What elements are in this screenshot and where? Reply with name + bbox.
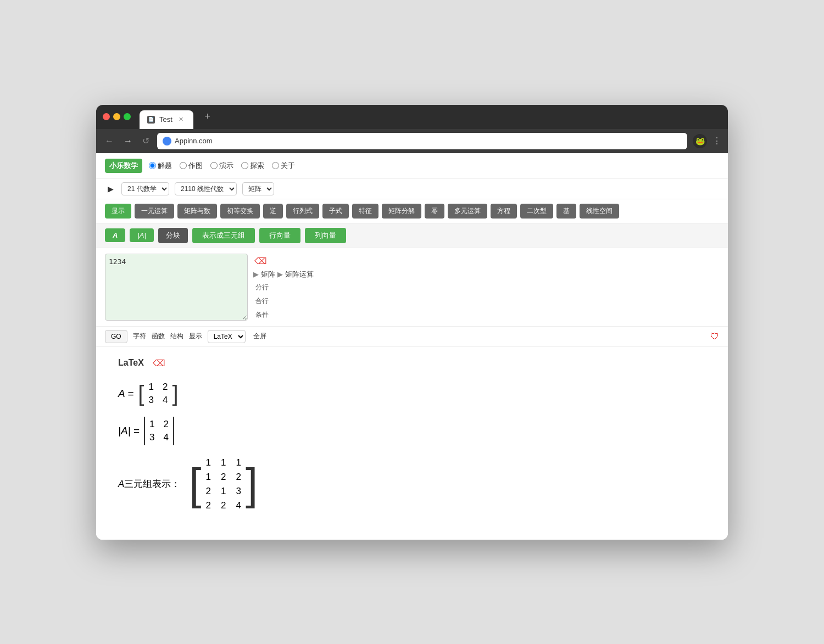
cat-btn-multi[interactable]: 多元运算 [448,204,487,219]
nav-radio-yanshi[interactable] [210,162,218,169]
nav-label-zuotu: 作图 [188,161,203,171]
sub-btn-row-vector[interactable]: 行向量 [259,228,300,243]
browser-menu-button[interactable]: ⋮ [712,136,721,146]
sub-select[interactable]: 矩阵 [242,182,274,195]
aug-cell-2-1: 1 [221,486,226,497]
tab-title: Test [159,115,172,124]
toolbar-functions[interactable]: 函数 [152,332,165,341]
fullscreen-button[interactable]: 全屏 [253,332,266,341]
nav-item-tansuo[interactable]: 探索 [241,161,264,171]
aug-cell-2-2: 3 [236,486,241,497]
cat-btn-inverse[interactable]: 逆 [263,204,283,219]
selects-row: ▶ 21 代数学 2110 线性代数 矩阵 [96,179,728,199]
tab-close-button[interactable]: ✕ [177,115,186,124]
menu-item-hexing[interactable]: 合行 [253,295,314,307]
traffic-lights [103,113,131,120]
menu-item-fenxing[interactable]: 分行 [253,282,314,293]
left-bracket-icon: [ [138,383,144,405]
back-button[interactable]: ← [103,134,116,148]
cat-btn-matrix-num[interactable]: 矩阵与数 [177,204,217,219]
three-element-label: A三元组表示： [118,478,180,490]
nav-radio-jieti[interactable] [149,162,156,169]
nav-radio-zuotu[interactable] [180,162,187,169]
cat-btn-quadratic[interactable]: 二次型 [520,204,553,219]
three-element-display: A三元组表示： [ 1 1 1 1 2 2 2 1 3 2 2 [118,454,706,514]
nav-label-tansuo: 探索 [250,161,264,171]
nav-item-yanshi[interactable]: 演示 [210,161,233,171]
right-panel: ⌫ ▶ 矩阵 ▶ 矩阵运算 分行 合行 条件 [253,254,314,321]
sub-btn-block[interactable]: 分块 [158,228,188,243]
toolbar-chars[interactable]: 字符 [133,332,146,341]
app-nav: 解题 作图 演示 探索 关于 [149,161,295,171]
cat-btn-basis[interactable]: 基 [556,204,576,219]
matrix-A-grid: 1 2 3 4 [144,379,172,408]
matrix-cell-0-1: 2 [163,382,168,393]
forward-button[interactable]: → [121,134,135,148]
latex-delete-button[interactable]: ⌫ [153,358,165,368]
nav-item-guanyu[interactable]: 关于 [272,161,295,171]
toolbar-structure[interactable]: 结构 [170,332,183,341]
cat-btn-linspace[interactable]: 线性空间 [580,204,619,219]
matrix-cell-0-0: 1 [148,382,153,393]
play-button[interactable]: ▶ [105,183,116,194]
cat-btn-eigen[interactable]: 特征 [352,204,378,219]
nav-item-zuotu[interactable]: 作图 [180,161,203,171]
aug-cell-0-0: 1 [206,457,211,468]
minimize-button[interactable] [113,113,120,120]
aug-cell-0-2: 1 [236,457,241,468]
cat-btn-power[interactable]: 幂 [425,204,444,219]
breadcrumb-matrix[interactable]: 矩阵 [261,270,275,279]
nav-item-jietilink[interactable]: 解题 [149,161,172,171]
matrix-cell-1-1: 4 [163,395,168,406]
address-bar[interactable]: Appinn.com [157,133,687,149]
format-select[interactable]: LaTeX [208,330,246,343]
close-button[interactable] [103,113,110,120]
app-header: 小乐数学 解题 作图 演示 探索 [96,153,728,179]
new-tab-button[interactable]: + [200,109,215,125]
right-bracket-icon: ] [172,383,178,405]
menu-item-tiaojian[interactable]: 条件 [253,309,314,321]
sub-toolbar: A |A| 分块 表示成三元组 行向量 列向量 [96,223,728,248]
nav-label-yanshi: 演示 [219,161,233,171]
site-icon [163,137,171,145]
cat-btn-decompose[interactable]: 矩阵分解 [382,204,421,219]
sub-btn-detA[interactable]: |A| [130,228,153,242]
cat-btn-minor[interactable]: 子式 [322,204,349,219]
cat-btn-elementary[interactable]: 初等变换 [220,204,260,219]
delete-button[interactable]: ⌫ [253,255,314,267]
aug-cell-1-1: 2 [221,472,226,483]
sub-btn-three-element[interactable]: 表示成三元组 [192,228,255,243]
extension-icon[interactable]: 🐸 [693,134,707,148]
det-cell-1-0: 3 [149,432,154,443]
cat-btn-unary[interactable]: 一元运算 [135,204,174,219]
cat-btn-determinant[interactable]: 行列式 [286,204,319,219]
breadcrumb-matrix-ops[interactable]: 矩阵运算 [285,270,314,279]
page-content: 小乐数学 解题 作图 演示 探索 [96,153,728,540]
aug-cell-3-0: 2 [206,500,211,511]
browser-toolbar: ← → ↺ Appinn.com 🐸 ⋮ [96,129,728,153]
nav-radio-tansuo[interactable] [241,162,248,169]
aug-cell-1-2: 2 [236,472,241,483]
topic-select[interactable]: 2110 线性代数 [175,182,237,195]
latex-header: LaTeX ⌫ [118,358,706,368]
level-select[interactable]: 21 代数学 [121,182,169,195]
maximize-button[interactable] [124,113,131,120]
browser-tab[interactable]: 📄 Test ✕ [140,110,193,129]
det-right-bar-icon [173,417,174,445]
sub-btn-col-vector[interactable]: 列向量 [305,228,346,243]
sub-btn-A[interactable]: A [105,228,125,242]
cat-btn-equation[interactable]: 方程 [491,204,517,219]
toolbar-display[interactable]: 显示 [189,332,202,341]
nav-label-jieti: 解题 [158,161,172,171]
det-A-label: |A| = [118,425,140,437]
category-toolbar: 显示 一元运算 矩阵与数 初等变换 逆 行列式 子式 特征 矩阵分解 幂 多元运… [96,199,728,223]
refresh-button[interactable]: ↺ [140,133,152,148]
input-textarea[interactable]: 1234 [105,254,248,321]
cat-btn-display[interactable]: 显示 [105,204,131,219]
matrix-A-bracket: [ 1 2 3 4 ] [138,379,178,408]
go-button[interactable]: GO [105,330,127,343]
matrix-A-display: A = [ 1 2 3 4 ] [118,379,706,408]
nav-radio-guanyu[interactable] [272,162,279,169]
nav-label-guanyu: 关于 [281,161,295,171]
bottom-toolbar: GO 字符 函数 结构 显示 LaTeX 全屏 🛡 [96,327,728,347]
